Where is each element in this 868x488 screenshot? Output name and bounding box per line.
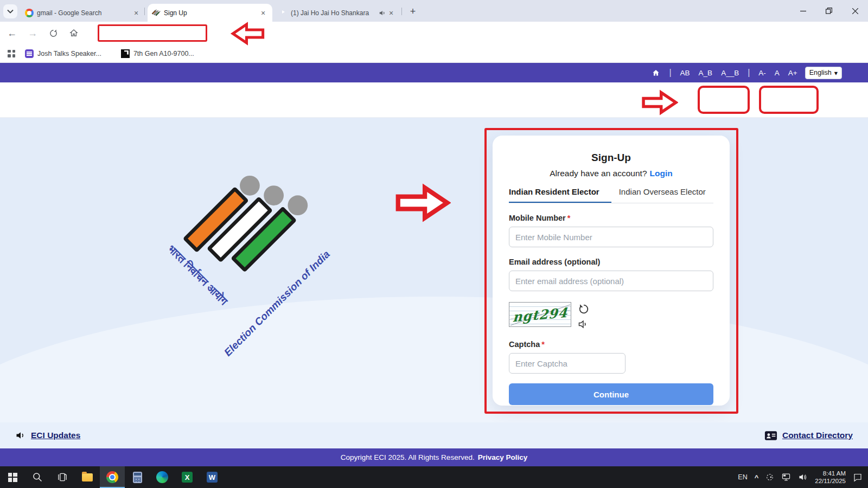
accessibility-bar: | AB A_B A__B | A- A A+ English ▾	[0, 63, 868, 82]
google-favicon	[25, 9, 34, 17]
reload-icon[interactable]	[44, 24, 62, 42]
site-header: ECINet मतदाता सेवा पोर्टल VOTERS’ SERVIC…	[0, 82, 868, 118]
search-button[interactable]	[25, 466, 50, 488]
elector-tabs: Indian Resident Elector Indian Overseas …	[509, 187, 713, 203]
chrome-taskbar-button[interactable]	[100, 466, 125, 488]
input-language-indicator[interactable]: EN	[738, 473, 747, 481]
text-spacing-wide[interactable]: A__B	[721, 69, 739, 77]
tab-separator	[401, 8, 402, 15]
text-spacing-medium[interactable]: A_B	[699, 69, 713, 77]
font-size-decrease[interactable]: A-	[758, 69, 766, 77]
screen: gmail - Google Search × Sign Up × (1) Ja…	[0, 0, 868, 488]
word-button[interactable]: W	[200, 466, 225, 488]
card-subtitle: Already have an account?Login	[509, 169, 713, 178]
chevron-down-icon: ▾	[834, 69, 838, 77]
close-tab-icon[interactable]: ×	[131, 9, 141, 17]
audio-captcha-icon[interactable]	[578, 319, 589, 330]
language-select[interactable]: English ▾	[805, 67, 842, 79]
tab-title: (1) Jai Ho Jai Ho Shankara	[291, 9, 375, 17]
contact-directory-link[interactable]: Contact Directory	[764, 431, 853, 441]
file-explorer-button[interactable]	[75, 466, 100, 488]
copyright-bar: Copyright ECI 2025. All Rights Reserved.…	[0, 448, 868, 466]
windows-logo-icon	[8, 473, 17, 482]
forward-icon[interactable]: →	[24, 24, 41, 42]
tab-separator	[144, 8, 145, 15]
chevron-down-icon	[7, 9, 14, 14]
calculator-button[interactable]	[125, 466, 150, 488]
mobile-number-label: Mobile Number*	[509, 214, 713, 222]
captcha-image: ngt294	[509, 302, 571, 327]
separator: |	[748, 68, 750, 78]
date: 22/11/2025	[815, 477, 846, 485]
card-title: Sign-Up	[509, 152, 713, 164]
apps-grid-icon[interactable]	[8, 50, 15, 57]
close-tab-icon[interactable]: ×	[258, 9, 268, 17]
email-label: Email address (optional)	[509, 258, 713, 266]
tab-indian-resident-elector[interactable]: Indian Resident Elector	[509, 187, 611, 203]
font-size-increase[interactable]: A+	[788, 69, 797, 77]
time: 8:41 AM	[815, 470, 846, 477]
tab-search-button[interactable]	[3, 4, 17, 18]
browser-toolbar: ← → voters.eci.gov.in/signup ☆ ⋮	[0, 22, 868, 44]
refresh-captcha-icon[interactable]	[578, 303, 590, 315]
copyright-text: Copyright ECI 2025. All Rights Reserved.	[341, 453, 475, 461]
eci-updates-link[interactable]: ECI Updates	[15, 430, 80, 441]
taskbar-clock[interactable]: 8:41 AM 22/11/2025	[815, 470, 846, 485]
background-ellipse	[0, 297, 868, 422]
tray-chevron-icon[interactable]: ^	[755, 473, 759, 481]
back-icon[interactable]: ←	[3, 24, 21, 42]
task-view-button[interactable]	[50, 466, 75, 488]
calculator-icon	[133, 472, 142, 483]
edge-button[interactable]	[150, 466, 175, 488]
separator: |	[669, 68, 671, 78]
josh-talks-icon	[25, 49, 34, 58]
bookmark-josh-talks[interactable]: Josh Talks Speaker...	[25, 49, 101, 58]
text-spacing-normal[interactable]: AB	[680, 69, 690, 77]
new-tab-button[interactable]: +	[406, 4, 420, 18]
email-input[interactable]	[509, 271, 713, 291]
home-icon[interactable]	[65, 24, 82, 42]
tab-gmail[interactable]: gmail - Google Search ×	[21, 4, 145, 22]
home-icon[interactable]	[652, 69, 660, 77]
tab-title: gmail - Google Search	[37, 9, 128, 17]
folder-icon	[82, 473, 93, 481]
excel-button[interactable]: X	[175, 466, 200, 488]
bookmark-label: Josh Talks Speaker...	[37, 50, 101, 57]
eci-watermark-logo: भारत निर्वाचन आयोग Election Commission o…	[176, 163, 358, 363]
required-marker: *	[541, 340, 545, 349]
tab-youtube[interactable]: (1) Jai Ho Jai Ho Shankara ×	[275, 4, 400, 22]
privacy-policy-link[interactable]: Privacy Policy	[478, 453, 528, 461]
chrome-icon	[106, 471, 118, 483]
screen-clip-icon[interactable]	[765, 473, 774, 481]
start-button[interactable]	[0, 466, 25, 488]
task-view-icon	[57, 472, 68, 483]
bookmark-label: 7th Gen A10-9700...	[133, 50, 194, 57]
bookmarks-bar: Josh Talks Speaker... 7th Gen A10-9700..…	[0, 44, 868, 63]
restore-button[interactable]	[816, 0, 842, 22]
amd-icon	[121, 49, 130, 58]
close-window-button[interactable]	[842, 0, 868, 22]
tab-title: Sign Up	[164, 9, 255, 17]
continue-button[interactable]: Continue	[509, 383, 713, 405]
browser-tab-strip: gmail - Google Search × Sign Up × (1) Ja…	[0, 0, 868, 22]
captcha-input[interactable]	[509, 353, 626, 374]
captcha-label: Captcha*	[509, 340, 713, 349]
font-size-normal[interactable]: A	[775, 69, 780, 77]
tab-indian-overseas-elector[interactable]: Indian Overseas Elector	[611, 187, 714, 203]
minimize-button[interactable]	[790, 0, 816, 22]
tab-signup[interactable]: Sign Up ×	[148, 4, 272, 22]
signup-card: Sign-Up Already have an account?Login In…	[493, 136, 730, 406]
network-icon[interactable]	[781, 473, 791, 481]
volume-icon[interactable]	[798, 473, 808, 481]
mobile-number-input[interactable]	[509, 227, 713, 247]
action-center-icon[interactable]	[853, 473, 863, 482]
login-link[interactable]: Login	[650, 169, 673, 178]
eci-favicon	[152, 9, 161, 17]
close-tab-icon[interactable]: ×	[386, 9, 396, 17]
search-icon	[32, 472, 43, 483]
tab-audio-icon[interactable]	[379, 9, 386, 17]
bookmark-amd[interactable]: 7th Gen A10-9700...	[121, 49, 194, 58]
required-marker: *	[567, 214, 571, 222]
word-icon: W	[207, 472, 218, 483]
edge-icon	[156, 471, 168, 483]
